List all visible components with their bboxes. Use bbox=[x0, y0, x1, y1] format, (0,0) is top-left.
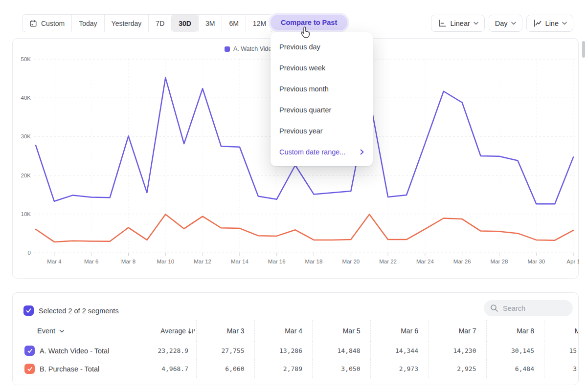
segment-label: B. Purchase - Total bbox=[40, 365, 99, 373]
search-placeholder: Search bbox=[503, 305, 525, 312]
preset-label: Yesterday bbox=[112, 20, 142, 27]
selected-summary-label: Selected 2 of 2 segments bbox=[39, 307, 119, 315]
x-axis-label: Mar 14 bbox=[231, 259, 248, 264]
y-axis-label: 40K bbox=[21, 95, 31, 101]
x-axis-label: Mar 28 bbox=[491, 259, 508, 264]
date-range-preset-group: CustomTodayYesterday7D30D3M6M12M bbox=[22, 14, 273, 32]
x-axis-label: Mar 26 bbox=[453, 259, 471, 264]
preset-label: Today bbox=[79, 20, 97, 27]
value-cell: 14,344 bbox=[370, 342, 429, 360]
y-axis-label: 0 bbox=[28, 250, 31, 256]
value-cell: 3,050 bbox=[312, 360, 370, 378]
sort-descending-icon bbox=[188, 327, 195, 335]
analytics-dashboard: CustomTodayYesterday7D30D3M6M12M Compare… bbox=[0, 0, 587, 392]
date-column-header[interactable]: Mar 6 bbox=[370, 320, 429, 342]
value-cell: 3,297 bbox=[544, 360, 579, 378]
menu-item-previous-month[interactable]: Previous month bbox=[271, 78, 373, 99]
menu-item-custom-date-range[interactable]: Custom date range... bbox=[271, 141, 373, 162]
calendar-icon bbox=[29, 20, 37, 27]
preset-12m[interactable]: 12M bbox=[246, 15, 273, 32]
preset-3m[interactable]: 3M bbox=[198, 15, 222, 32]
preset-7d[interactable]: 7D bbox=[148, 15, 171, 32]
checkmark-icon bbox=[27, 366, 33, 372]
value-cell: 14,230 bbox=[428, 342, 486, 360]
x-axis-label: Mar 20 bbox=[342, 259, 360, 264]
preset-label: 30D bbox=[179, 20, 191, 27]
value-cell: 27,755 bbox=[196, 342, 254, 360]
chart-type-label: Line bbox=[545, 20, 559, 27]
x-axis-label: Apr 1 bbox=[566, 259, 579, 264]
select-all-checkbox[interactable] bbox=[23, 305, 34, 316]
scale-dropdown-button[interactable]: Linear bbox=[431, 15, 484, 32]
preset-6m[interactable]: 6M bbox=[222, 15, 245, 32]
linear-axis-icon bbox=[437, 19, 447, 28]
value-cell: 14,848 bbox=[312, 342, 370, 360]
series-line bbox=[36, 215, 573, 242]
menu-item-previous-week[interactable]: Previous week bbox=[271, 57, 373, 78]
custom-date-range-label: Custom date range... bbox=[279, 148, 345, 156]
preset-label: Custom bbox=[41, 20, 65, 27]
date-column-header[interactable]: Mar 7 bbox=[428, 320, 486, 342]
checkmark-icon bbox=[27, 348, 33, 354]
preset-label: 3M bbox=[205, 20, 215, 27]
preset-30d[interactable]: 30D bbox=[171, 15, 198, 32]
value-cell: 6,060 bbox=[196, 360, 254, 378]
x-axis-label: Mar 22 bbox=[379, 259, 397, 264]
y-axis-label: 30K bbox=[21, 133, 31, 139]
chevron-down-icon bbox=[474, 22, 478, 25]
preset-custom[interactable]: Custom bbox=[23, 15, 71, 32]
preset-today[interactable]: Today bbox=[71, 15, 104, 32]
scrollbar-thumb[interactable] bbox=[582, 41, 585, 58]
menu-item-previous-day[interactable]: Previous day bbox=[271, 36, 373, 57]
search-box[interactable]: Search bbox=[484, 300, 573, 316]
interval-dropdown-button[interactable]: Day bbox=[489, 15, 522, 32]
chevron-down-icon bbox=[562, 22, 567, 25]
segment-checkbox[interactable] bbox=[24, 364, 35, 374]
y-axis-label: 10K bbox=[21, 211, 31, 217]
preset-label: 6M bbox=[229, 20, 238, 27]
preset-label: 7D bbox=[156, 20, 164, 27]
table-row: A. Watch Video - Total23,228.927,75513,2… bbox=[23, 342, 579, 360]
date-column-header[interactable]: Mar 3 bbox=[196, 320, 254, 342]
interval-label: Day bbox=[495, 20, 508, 27]
x-axis-label: Mar 16 bbox=[268, 259, 286, 264]
value-cell: 2,973 bbox=[370, 360, 429, 378]
search-icon bbox=[490, 304, 498, 312]
event-cell: B. Purchase - Total bbox=[23, 364, 140, 374]
preset-label: 12M bbox=[253, 20, 266, 27]
value-cell: 30,145 bbox=[486, 342, 544, 360]
value-cell: 2,789 bbox=[254, 360, 313, 378]
date-column-header[interactable]: Mar 9 bbox=[544, 320, 579, 342]
chart-type-dropdown-button[interactable]: Line bbox=[526, 15, 573, 32]
preset-yesterday[interactable]: Yesterday bbox=[104, 15, 149, 32]
value-cell: 6,484 bbox=[486, 360, 544, 378]
x-axis-label: Mar 12 bbox=[194, 259, 211, 264]
x-axis-label: Mar 10 bbox=[157, 259, 174, 264]
table-row: B. Purchase - Total4,968.76,0602,7893,05… bbox=[23, 360, 579, 378]
chevron-right-icon bbox=[360, 149, 364, 155]
event-cell: A. Watch Video - Total bbox=[23, 346, 140, 356]
menu-item-previous-quarter[interactable]: Previous quarter bbox=[271, 99, 373, 120]
scale-label: Linear bbox=[450, 20, 470, 27]
y-axis-label: 20K bbox=[21, 173, 31, 178]
cursor-pointer-icon bbox=[299, 24, 312, 39]
segments-summary-row: Selected 2 of 2 segments bbox=[23, 305, 119, 316]
date-column-header[interactable]: Mar 4 bbox=[254, 320, 313, 342]
event-header-label: Event bbox=[37, 327, 55, 335]
segments-card: Selected 2 of 2 segments Search EventAve… bbox=[12, 292, 579, 385]
event-column-header[interactable]: Event bbox=[23, 327, 140, 335]
average-cell: 23,228.9 bbox=[140, 347, 196, 354]
average-header-label: Average bbox=[160, 327, 186, 335]
menu-item-previous-year[interactable]: Previous year bbox=[271, 120, 373, 141]
chevron-down-icon bbox=[511, 22, 516, 25]
x-axis-label: Mar 8 bbox=[121, 259, 135, 264]
segment-checkbox[interactable] bbox=[24, 346, 35, 356]
table-header-row: EventAverageMar 3Mar 4Mar 5Mar 6Mar 7Mar… bbox=[23, 320, 579, 342]
value-cell: 13,286 bbox=[254, 342, 313, 360]
x-axis-label: Mar 30 bbox=[527, 259, 545, 264]
average-column-header[interactable]: Average bbox=[140, 327, 196, 335]
y-axis-label: 50K bbox=[21, 56, 31, 62]
x-axis-label: Mar 4 bbox=[47, 259, 62, 264]
date-column-header[interactable]: Mar 5 bbox=[312, 320, 370, 342]
date-column-header[interactable]: Mar 8 bbox=[486, 320, 544, 342]
